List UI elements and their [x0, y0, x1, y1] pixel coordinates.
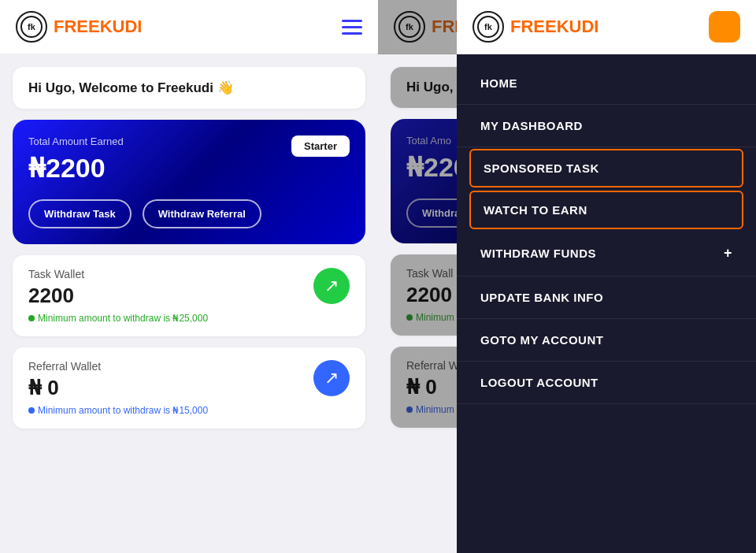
hamburger-line-1: [342, 20, 362, 22]
plus-icon: +: [724, 245, 732, 262]
referral-wallet-label: Referral Wallet: [28, 360, 208, 373]
min-dot-green: [28, 315, 35, 321]
menu-logout-label: LOGOUT ACCOUNT: [480, 376, 598, 389]
balance-card: Total Amount Earned ₦2200 Starter Withdr…: [13, 120, 365, 244]
left-header: fk FREEKUDI: [0, 0, 378, 54]
referral-wallet-amount: ₦ 0: [28, 376, 208, 400]
right-bg-dot-green: [406, 314, 413, 321]
hamburger-menu[interactable]: [342, 20, 362, 35]
right-bg-referral-min-text: Minimum: [416, 404, 454, 415]
menu-home-label: HOME: [480, 76, 517, 90]
right-panel: fk FREEKUDI Hi Ugo, W Total Amo ₦220 Wit…: [378, 0, 756, 553]
referral-wallet-info: Referral Wallet ₦ 0 Minimum amount to wi…: [28, 360, 208, 416]
balance-amount: ₦2200: [28, 152, 350, 184]
overlay-logo-icon: fk: [472, 11, 504, 43]
task-wallet-info: Task Wallet 2200 Minimum amount to withd…: [28, 268, 208, 324]
overlay-logo-free: FREE: [510, 17, 557, 36]
withdraw-referral-button[interactable]: Withdraw Referral: [143, 199, 261, 228]
referral-wallet-min: Minimum amount to withdraw is ₦15,000: [28, 405, 208, 416]
referral-wallet-icon: ↗: [313, 360, 350, 396]
logo-text: FREEKUDI: [54, 17, 142, 37]
menu-item-logout[interactable]: LOGOUT ACCOUNT: [457, 362, 756, 404]
svg-text:fk: fk: [484, 22, 493, 32]
menu-item-dashboard[interactable]: MY DASHBOARD: [457, 105, 756, 147]
menu-withdraw-label: WITHDRAW FUNDS: [480, 247, 596, 260]
hamburger-line-3: [342, 32, 362, 35]
logo-free: FREE: [54, 17, 100, 36]
welcome-text: Hi Ugo, Welcome to Freekudi 👋: [28, 80, 234, 95]
withdraw-task-button[interactable]: Withdraw Task: [28, 199, 132, 228]
menu-item-watch-to-earn[interactable]: WATCH TO EARN: [469, 191, 743, 229]
task-wallet-amount: 2200: [28, 284, 208, 308]
orange-square-icon: [709, 11, 740, 43]
referral-wallet-header: Referral Wallet ₦ 0 Minimum amount to wi…: [28, 360, 350, 416]
task-wallet-card: Task Wallet 2200 Minimum amount to withd…: [13, 255, 365, 336]
logo-kudi: KUDI: [100, 17, 143, 36]
main-content: Hi Ugo, Welcome to Freekudi 👋 Total Amou…: [0, 54, 378, 441]
min-dot-blue: [28, 407, 35, 414]
svg-text:fk: fk: [28, 22, 36, 32]
task-wallet-header: Task Wallet 2200 Minimum amount to withd…: [28, 268, 350, 324]
menu-dashboard-label: MY DASHBOARD: [480, 119, 583, 132]
balance-actions: Withdraw Task Withdraw Referral: [28, 199, 350, 228]
menu-watch-earn-label: WATCH TO EARN: [484, 203, 587, 217]
hamburger-line-2: [342, 26, 362, 28]
overlay-logo-kudi: KUDI: [557, 17, 599, 36]
starter-badge: Starter: [291, 135, 350, 157]
logo: fk FREEKUDI: [16, 11, 142, 43]
logo-icon: fk: [16, 11, 47, 43]
menu-goto-account-label: GOTO MY ACCOUNT: [480, 333, 603, 347]
menu-items-list: HOME MY DASHBOARD SPONSORED TASK WATCH T…: [457, 54, 756, 412]
task-wallet-min: Minimum amount to withdraw is ₦25,000: [28, 313, 208, 324]
overlay-logo-text: FREEKUDI: [510, 17, 598, 37]
menu-item-goto-account[interactable]: GOTO MY ACCOUNT: [457, 319, 756, 362]
menu-item-sponsored-task[interactable]: SPONSORED TASK: [469, 149, 743, 187]
svg-text:fk: fk: [406, 22, 414, 32]
menu-item-home[interactable]: HOME: [457, 62, 756, 105]
right-bg-min-text: Minimum: [416, 312, 454, 323]
referral-wallet-card: Referral Wallet ₦ 0 Minimum amount to wi…: [13, 347, 365, 429]
menu-item-update-bank-info[interactable]: UPDATE BANK INFO: [457, 276, 756, 319]
referral-wallet-min-text: Minimum amount to withdraw is ₦15,000: [38, 405, 208, 416]
task-wallet-label: Task Wallet: [28, 268, 208, 280]
overlay-menu: fk FREEKUDI HOME MY DASHBOARD SPONSORED …: [457, 0, 756, 553]
left-panel: fk FREEKUDI Hi Ugo, Welcome to Freekudi …: [0, 0, 378, 553]
task-wallet-min-text: Minimum amount to withdraw is ₦25,000: [38, 313, 208, 324]
menu-bank-info-label: UPDATE BANK INFO: [480, 291, 603, 304]
right-bg-dot-blue: [406, 406, 413, 413]
menu-sponsored-task-label: SPONSORED TASK: [484, 161, 599, 175]
overlay-header: fk FREEKUDI: [457, 0, 756, 54]
task-wallet-icon: ↗: [313, 268, 350, 304]
overlay-logo: fk FREEKUDI: [472, 11, 598, 43]
welcome-card: Hi Ugo, Welcome to Freekudi 👋: [13, 67, 365, 109]
menu-item-withdraw-funds[interactable]: WITHDRAW FUNDS +: [457, 231, 756, 276]
right-bg-logo-icon: fk: [394, 11, 425, 43]
